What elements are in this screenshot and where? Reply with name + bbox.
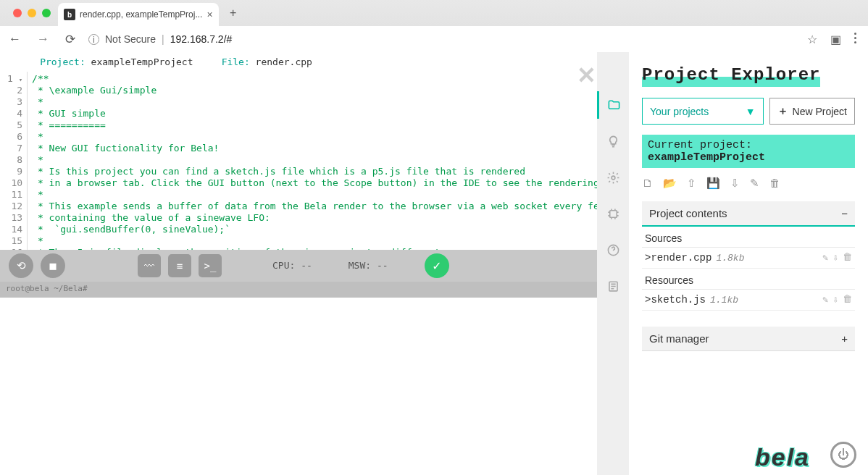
side-icon-strip: [597, 52, 629, 475]
terminal-button[interactable]: >_: [199, 254, 222, 277]
projects-dropdown[interactable]: Your projects ▼: [642, 98, 764, 125]
docs-icon[interactable]: [597, 272, 629, 300]
reload-button[interactable]: ⟳: [62, 32, 78, 47]
upload-icon[interactable]: ⇧: [687, 177, 696, 190]
svg-point-0: [612, 176, 615, 180]
download-file-icon[interactable]: ⇩: [832, 252, 838, 264]
save-icon[interactable]: 💾: [706, 177, 720, 190]
new-file-icon[interactable]: 🗋: [642, 177, 653, 190]
site-info-icon[interactable]: i: [88, 34, 99, 45]
star-icon[interactable]: ☆: [807, 33, 817, 46]
code-lines[interactable]: /** * \example Gui/simple * * GUI simple…: [28, 72, 597, 250]
line-gutter: 1 ▾2345678910111213141516171819202122232…: [0, 72, 28, 250]
project-label: Project:: [40, 56, 91, 67]
svg-rect-1: [609, 210, 617, 217]
power-button[interactable]: ⏻: [830, 442, 856, 468]
project-explorer-panel: Project Explorer Your projects ▼ ＋ New P…: [629, 52, 868, 475]
project-contents-header[interactable]: Project contents −: [642, 201, 855, 227]
collapse-icon: −: [841, 207, 848, 219]
address-bar: ← → ⟳ i Not Secure | 192.168.7.2/# ☆ ▣: [0, 26, 868, 52]
ide: Project: exampleTempProject File: render…: [0, 52, 868, 475]
new-project-button[interactable]: ＋ New Project: [769, 98, 855, 125]
panel-title: Project Explorer: [642, 65, 820, 87]
build-ok-icon[interactable]: ✓: [425, 253, 449, 278]
chip-icon[interactable]: [597, 200, 629, 227]
delete-file-icon[interactable]: 🗑: [843, 252, 852, 264]
section-title: Git manager: [649, 332, 709, 345]
file-name: render.cpp: [256, 56, 312, 67]
expand-icon: +: [841, 332, 848, 345]
file-label: File:: [222, 56, 256, 67]
close-window[interactable]: [13, 9, 22, 17]
url-text: 192.168.7.2/#: [170, 33, 233, 45]
maximize-window[interactable]: [42, 9, 51, 17]
open-folder-icon[interactable]: 📂: [663, 177, 677, 190]
file-row[interactable]: >sketch.js 1.1kb ✎ ⇩ 🗑: [642, 290, 855, 311]
delete-file-icon[interactable]: 🗑: [843, 294, 852, 306]
scope-button[interactable]: 〰: [138, 254, 161, 277]
sliders-button[interactable]: ≡: [168, 254, 191, 277]
stop-button[interactable]: ■: [41, 253, 65, 278]
lightbulb-icon[interactable]: [597, 127, 629, 155]
file-size: 1.8kb: [716, 253, 744, 264]
cpu-status: CPU: --: [272, 260, 312, 271]
code-editor[interactable]: 1 ▾2345678910111213141516171819202122232…: [0, 72, 597, 250]
file-header: Project: exampleTempProject File: render…: [0, 52, 597, 72]
close-panel-icon[interactable]: ✕: [577, 62, 596, 89]
editor-column: Project: exampleTempProject File: render…: [0, 52, 597, 475]
empty-space: [0, 298, 597, 476]
chevron-down-icon: ▼: [746, 106, 756, 117]
url-field[interactable]: i Not Secure | 192.168.7.2/#: [88, 33, 797, 45]
rename-icon[interactable]: ✎: [822, 252, 828, 264]
git-manager-header[interactable]: Git manager +: [642, 327, 855, 351]
favicon-icon: b: [64, 9, 75, 20]
menu-button[interactable]: [854, 33, 856, 46]
security-status: Not Secure: [105, 33, 156, 45]
bottom-toolbar: ⟲ ■ 〰 ≡ >_ CPU: -- MSW: -- ✓: [0, 250, 597, 282]
section-title: Project contents: [649, 207, 727, 219]
folder-icon[interactable]: [597, 91, 629, 119]
cast-icon[interactable]: ▣: [830, 33, 841, 46]
terminal[interactable]: root@bela ~/Bela#: [0, 282, 597, 298]
bela-logo: bela: [755, 443, 810, 471]
plus-icon: ＋: [777, 104, 788, 118]
browser-chrome: b render.cpp, exampleTempProj... × + ← →…: [0, 0, 868, 52]
download-file-icon[interactable]: ⇩: [832, 294, 838, 306]
file-row[interactable]: >render.cpp 1.8kb ✎ ⇩ 🗑: [642, 248, 855, 269]
tab-title: render.cpp, exampleTempProj...: [80, 9, 202, 20]
close-tab-icon[interactable]: ×: [206, 9, 212, 20]
forward-button[interactable]: →: [34, 32, 52, 46]
gear-icon[interactable]: [597, 164, 629, 191]
msw-status: MSW: --: [349, 260, 388, 271]
cleanup-icon[interactable]: ✎: [750, 177, 759, 190]
current-project-label: Current project:: [648, 139, 752, 151]
status-group: CPU: -- MSW: --: [272, 260, 388, 271]
file-name: >sketch.js: [645, 294, 706, 306]
tab-bar: b render.cpp, exampleTempProj... × +: [0, 0, 868, 26]
file-operations: 🗋 📂 ⇧ 💾 ⇩ ✎ 🗑: [642, 177, 855, 190]
delete-icon[interactable]: 🗑: [769, 177, 780, 190]
file-name: >render.cpp: [645, 252, 711, 264]
project-name: exampleTempProject: [91, 56, 193, 67]
file-size: 1.1kb: [710, 295, 738, 306]
help-icon[interactable]: [597, 236, 629, 264]
run-button[interactable]: ⟲: [9, 253, 33, 278]
back-button[interactable]: ←: [6, 32, 24, 46]
current-project-banner: Current project: exampleTempProject: [642, 135, 855, 168]
window-controls: [6, 9, 58, 26]
new-project-label: New Project: [793, 106, 847, 117]
dropdown-label: Your projects: [650, 106, 709, 117]
new-tab-button[interactable]: +: [223, 3, 243, 23]
resources-header: Resources: [642, 269, 855, 290]
sources-header: Sources: [642, 227, 855, 248]
current-project-name: exampleTempProject: [648, 151, 765, 164]
download-icon[interactable]: ⇩: [730, 177, 740, 190]
rename-icon[interactable]: ✎: [822, 294, 828, 306]
minimize-window[interactable]: [28, 9, 36, 17]
terminal-prompt: root@bela ~/Bela#: [6, 284, 88, 293]
browser-tab[interactable]: b render.cpp, exampleTempProj... ×: [58, 3, 219, 26]
